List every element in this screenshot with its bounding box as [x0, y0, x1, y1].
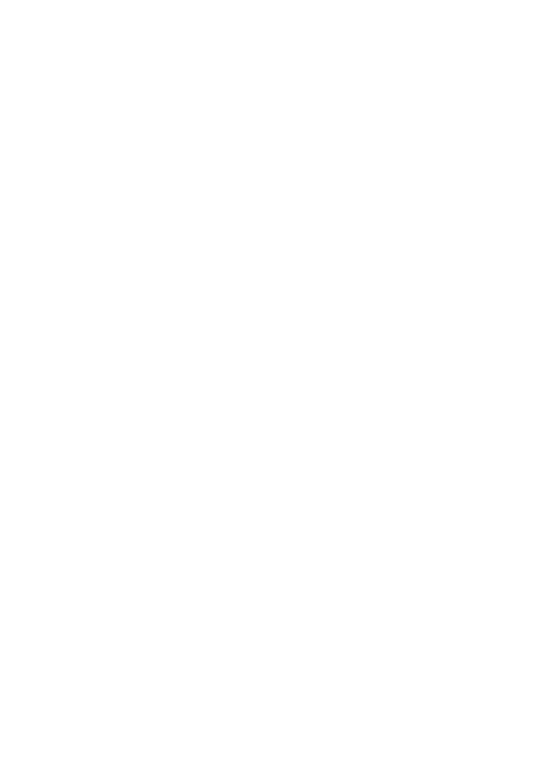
diagram-container — [0, 0, 537, 761]
arrows-svg — [0, 0, 537, 761]
